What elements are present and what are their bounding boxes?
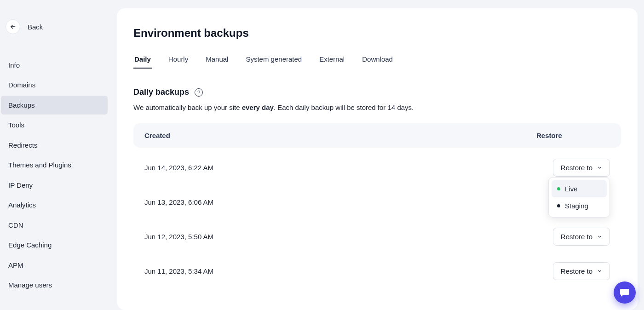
status-dot-icon: [557, 187, 560, 190]
tab-system-generated[interactable]: System generated: [245, 52, 303, 69]
sidebar-item-themes-plugins[interactable]: Themes and Plugins: [1, 155, 108, 174]
section-description: We automatically back up your site every…: [133, 103, 621, 111]
tab-download[interactable]: Download: [361, 52, 394, 69]
restore-option-label: Live: [565, 185, 578, 193]
restore-option-staging[interactable]: Staging: [552, 197, 607, 214]
desc-before: We automatically back up your site: [133, 103, 242, 111]
tabs: Daily Hourly Manual System generated Ext…: [133, 52, 621, 69]
help-icon[interactable]: ?: [195, 88, 203, 97]
restore-option-live[interactable]: Live: [552, 180, 607, 197]
sidebar-item-ip-deny[interactable]: IP Deny: [1, 176, 108, 195]
restore-to-button[interactable]: Restore to: [553, 262, 610, 280]
col-restore: Restore: [536, 132, 610, 139]
back-row: Back: [0, 19, 110, 44]
table-header: Created Restore: [133, 123, 621, 148]
restore-to-label: Restore to: [561, 267, 592, 275]
cell-created: Jun 13, 2023, 6:06 AM: [144, 198, 213, 206]
page-title: Environment backups: [133, 27, 621, 40]
table-row: Jun 14, 2023, 6:22 AM Restore to Live St…: [133, 150, 621, 185]
sidebar-item-cdn[interactable]: CDN: [1, 216, 108, 235]
desc-bold: every day: [242, 103, 274, 111]
back-label[interactable]: Back: [28, 23, 43, 31]
main-card: Environment backups Daily Hourly Manual …: [117, 8, 638, 310]
cell-created: Jun 14, 2023, 6:22 AM: [144, 164, 213, 172]
tab-daily[interactable]: Daily: [133, 52, 152, 69]
table-row: Jun 11, 2023, 5:34 AM Restore to: [133, 254, 621, 288]
section-head: Daily backups ?: [133, 87, 621, 97]
section-title: Daily backups: [133, 87, 189, 97]
col-created: Created: [144, 132, 170, 139]
tab-manual[interactable]: Manual: [205, 52, 229, 69]
tab-hourly[interactable]: Hourly: [167, 52, 189, 69]
cell-created: Jun 12, 2023, 5:50 AM: [144, 233, 213, 241]
chat-icon: [619, 287, 630, 298]
restore-to-button[interactable]: Restore to: [553, 159, 610, 177]
sidebar-item-redirects[interactable]: Redirects: [1, 136, 108, 155]
chevron-down-icon: [597, 234, 602, 239]
table-row: Jun 13, 2023, 6:06 AM Restore to: [133, 185, 621, 219]
sidebar-item-manage-users[interactable]: Manage users: [1, 276, 108, 294]
restore-option-label: Staging: [565, 202, 588, 210]
sidebar-item-backups[interactable]: Backups: [1, 96, 108, 115]
sidebar-item-analytics[interactable]: Analytics: [1, 195, 108, 214]
restore-to-label: Restore to: [561, 164, 592, 172]
cell-created: Jun 11, 2023, 5:34 AM: [144, 267, 213, 275]
restore-dropdown: Live Staging: [548, 177, 610, 218]
sidebar-nav: Info Domains Backups Tools Redirects The…: [0, 44, 110, 294]
desc-after: . Each daily backup will be stored for 1…: [274, 103, 414, 111]
back-button[interactable]: [6, 19, 20, 34]
app-root: Back Info Domains Backups Tools Redirect…: [0, 0, 644, 310]
sidebar-item-info[interactable]: Info: [1, 56, 108, 75]
status-dot-icon: [557, 204, 560, 207]
restore-to-button[interactable]: Restore to: [553, 228, 610, 246]
sidebar-item-tools[interactable]: Tools: [1, 115, 108, 134]
arrow-left-icon: [10, 23, 16, 30]
sidebar-item-domains[interactable]: Domains: [1, 75, 108, 94]
sidebar-item-edge-caching[interactable]: Edge Caching: [1, 235, 108, 254]
chevron-down-icon: [597, 165, 602, 170]
chevron-down-icon: [597, 269, 602, 274]
restore-to-label: Restore to: [561, 233, 592, 241]
sidebar: Back Info Domains Backups Tools Redirect…: [0, 0, 110, 310]
sidebar-item-apm[interactable]: APM: [1, 256, 108, 275]
chat-launcher[interactable]: [614, 281, 636, 304]
table-row: Jun 12, 2023, 5:50 AM Restore to: [133, 219, 621, 254]
tab-external[interactable]: External: [318, 52, 345, 69]
